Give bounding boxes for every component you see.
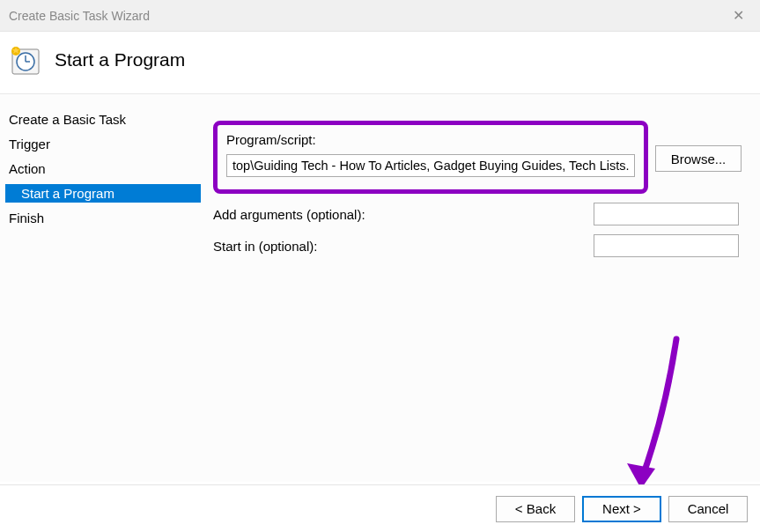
clock-gear-icon [9, 44, 41, 76]
titlebar: Create Basic Task Wizard ✕ [0, 0, 760, 32]
program-script-input[interactable] [226, 154, 635, 177]
start-in-row: Start in (optional): [213, 234, 742, 257]
arguments-label: Add arguments (optional): [213, 207, 583, 222]
sidebar-step-finish[interactable]: Finish [5, 209, 201, 227]
arguments-input[interactable] [594, 203, 739, 225]
sidebar-step-create-basic-task[interactable]: Create a Basic Task [5, 110, 201, 129]
start-in-label: Start in (optional): [213, 239, 583, 254]
window-title: Create Basic Task Wizard [9, 9, 150, 23]
annotation-highlight: Program/script: [213, 121, 648, 194]
wizard-header: Start a Program [0, 32, 760, 94]
content-area: Create a Basic Task Trigger Action Start… [0, 94, 760, 482]
main-panel: Program/script: Browse... Add arguments … [201, 94, 760, 482]
arguments-row: Add arguments (optional): [213, 203, 742, 225]
start-in-input[interactable] [594, 234, 739, 257]
sidebar-step-start-a-program[interactable]: Start a Program [5, 184, 201, 203]
cancel-button[interactable]: Cancel [668, 496, 748, 522]
wizard-sidebar: Create a Basic Task Trigger Action Start… [0, 94, 201, 482]
sidebar-step-trigger[interactable]: Trigger [5, 135, 201, 153]
program-script-label: Program/script: [226, 132, 635, 147]
page-title: Start a Program [55, 49, 185, 70]
close-icon[interactable]: ✕ [726, 7, 751, 24]
next-button[interactable]: Next > [582, 496, 661, 522]
back-button[interactable]: < Back [496, 496, 575, 522]
sidebar-step-action[interactable]: Action [5, 159, 201, 178]
browse-button[interactable]: Browse... [655, 145, 742, 172]
wizard-footer: < Back Next > Cancel [0, 484, 760, 532]
